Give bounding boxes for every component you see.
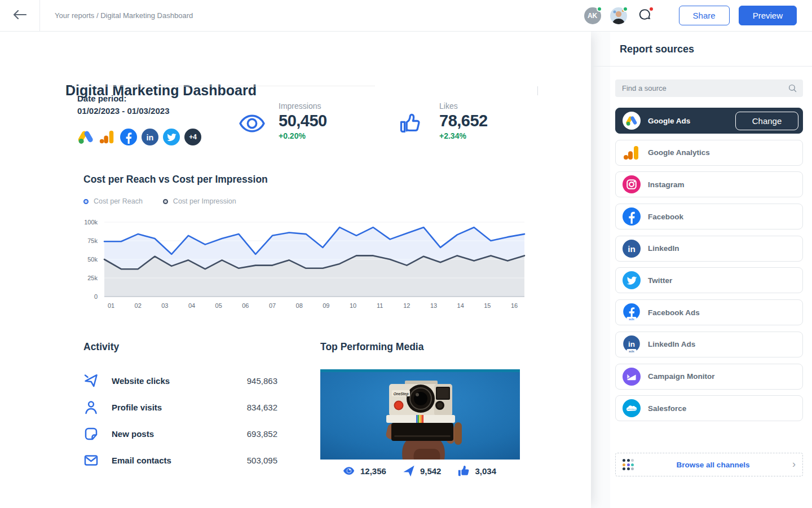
source-label: Google Analytics [648,148,710,157]
eye-filled-icon [343,465,355,477]
media-stat: 9,542 [403,465,442,477]
media-stat-value: 9,542 [420,466,442,476]
salesforce-icon: salesforce [623,399,641,417]
linkedin-icon[interactable]: in [142,129,158,145]
likes-thumb-icon [398,111,423,135]
source-card-instagram[interactable]: Instagram [615,171,803,197]
svg-text:salesforce: salesforce [627,408,636,410]
source-label: Google Ads [648,117,690,125]
back-arrow-icon [13,10,27,21]
cost-line-chart[interactable]: 025k50k75k100k01020304050607080910111213… [70,217,530,317]
media-stats-row: 12,356 9,542 3,034 [320,463,520,478]
source-card-campaign-monitor[interactable]: Campaign Monitor [615,364,803,390]
activity-row[interactable]: Profile visits 834,632 [83,399,277,416]
impressions-widget[interactable]: Impressions 50,450 +0.20% [279,101,327,140]
report-sources-panel: Report sources Google AdsChange Google A… [610,32,812,508]
google-ads-icon [623,112,641,130]
svg-text:ads: ads [629,317,634,321]
twitter-icon[interactable] [163,129,180,145]
avatar-photo[interactable] [610,7,627,24]
legend-label: Cost per Impression [173,197,236,205]
widget-handle [537,86,538,95]
google-analytics-icon[interactable] [99,129,116,145]
source-label: Campaign Monitor [648,372,715,381]
thumb-filled-icon [457,465,470,477]
preview-button[interactable]: Preview [739,6,797,25]
cursor-icon [83,373,99,388]
source-card-facebook-ads[interactable]: ads Facebook Ads [615,299,803,325]
svg-text:75k: 75k [87,237,98,244]
more-sources-badge[interactable]: +4 [184,129,201,145]
activity-label: New posts [112,429,154,439]
activity-row[interactable]: Email contacts 503,095 [83,452,277,469]
facebook-ads-icon: ads [623,303,641,321]
search-icon [788,83,797,93]
breadcrumb[interactable]: Your reports / Digital Marketing Dashboa… [55,0,193,31]
svg-text:in: in [628,244,636,254]
source-label: Twitter [648,276,672,285]
activity-value: 693,852 [247,429,277,439]
linkedin-ads-icon: in ads [623,335,641,354]
svg-text:08: 08 [296,302,303,309]
source-card-google-analytics[interactable]: Google Analytics [615,140,803,166]
mail-icon [83,453,99,468]
chat-button[interactable] [636,7,653,24]
svg-text:03: 03 [161,302,168,309]
source-card-twitter[interactable]: Twitter [615,267,803,293]
svg-text:02: 02 [135,302,142,309]
channels-grid-icon [623,459,634,470]
date-period-value[interactable]: 01/02/2023 - 01/03/2023 [77,106,169,116]
top-media-image[interactable]: OneStep [320,369,520,460]
kpi-label: Impressions [279,101,327,111]
likes-widget[interactable]: Likes 78,652 +2.34% [439,101,488,140]
source-label: LinkedIn [648,244,679,253]
avatar-initials[interactable]: AK [584,7,601,24]
report-canvas: Digital Marketing Dashboard Date period:… [0,32,591,508]
source-label: Facebook Ads [648,308,700,317]
legend-item[interactable]: Cost per Reach [83,197,143,205]
kpi-value: 78,652 [439,112,488,130]
activity-label: Profile visits [112,403,162,412]
source-search-input[interactable] [622,84,788,92]
activity-value: 945,863 [247,376,277,386]
source-card-facebook[interactable]: Facebook [615,204,803,229]
legend-item[interactable]: Cost per Impression [163,197,236,205]
twitter-icon [623,271,641,289]
share-arrow-icon [403,465,415,477]
source-label: Facebook [648,213,683,221]
note-icon [83,426,99,441]
source-card-linkedin-ads[interactable]: in ads LinkedIn Ads [615,332,803,357]
kpi-delta: +0.20% [279,131,327,140]
svg-text:100k: 100k [84,219,98,226]
legend-marker-icon [163,199,168,204]
share-button[interactable]: Share [679,6,730,25]
svg-text:50k: 50k [87,256,98,263]
svg-text:09: 09 [323,302,329,309]
facebook-icon[interactable] [120,129,137,145]
source-label: Instagram [648,180,685,189]
change-source-button[interactable]: Change [735,112,798,130]
activity-value: 834,632 [247,403,277,412]
source-card-google-ads[interactable]: Google AdsChange [615,108,803,134]
date-period-label: Date period: [77,94,127,103]
media-stat-value: 12,356 [360,466,386,476]
kpi-delta: +2.34% [439,131,488,140]
activity-value: 503,095 [247,456,277,465]
svg-text:14: 14 [457,302,464,309]
polaroid-camera-photo: OneStep [320,369,520,460]
source-card-linkedin[interactable]: in LinkedIn [615,236,803,262]
back-button[interactable] [0,0,40,31]
connected-sources-row: in +4 [77,129,201,145]
google-ads-icon[interactable] [77,129,94,145]
activity-row[interactable]: New posts 693,852 [83,425,277,442]
chart-title: Cost per Reach vs Cost per Impression [83,174,268,185]
kpi-label: Likes [439,101,488,111]
svg-text:12: 12 [403,302,410,309]
svg-text:13: 13 [430,302,437,309]
activity-row[interactable]: Website clicks 945,863 [83,372,277,389]
browse-all-channels-button[interactable]: Browse all channels › [615,453,803,476]
source-card-salesforce[interactable]: salesforce Salesforce [615,395,803,421]
canvas-gutter [591,32,610,508]
source-search[interactable] [615,79,803,97]
media-stat: 12,356 [343,465,386,477]
